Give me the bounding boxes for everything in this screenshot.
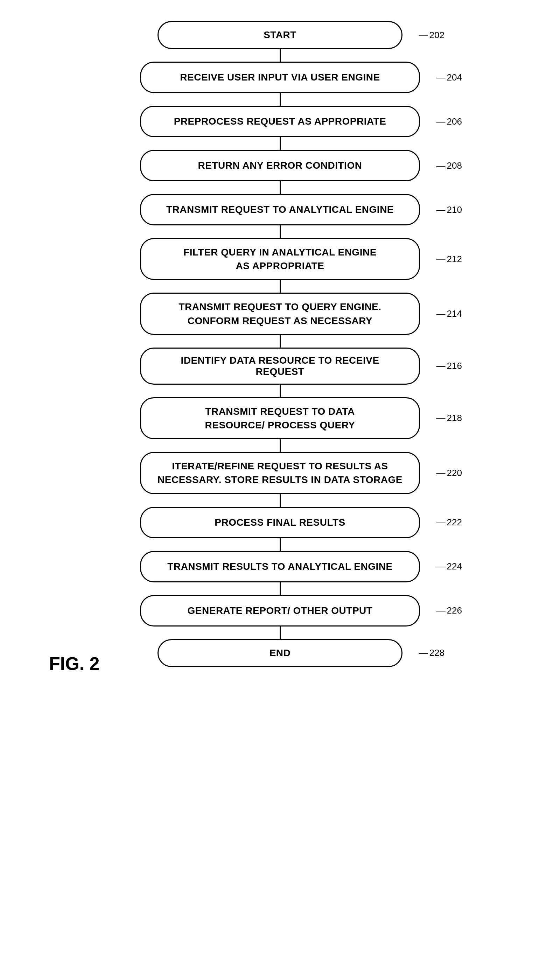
node-208: RETURN ANY ERROR CONDITION 208 xyxy=(140,150,420,181)
box-212: FILTER QUERY IN ANALYTICAL ENGINEAS APPR… xyxy=(140,238,420,280)
flowchart-container: START 202 RECEIVE USER INPUT VIA USER EN… xyxy=(0,0,560,695)
step-number-218: 218 xyxy=(437,412,462,424)
step-number-224: 224 xyxy=(437,561,462,572)
step-number-220: 220 xyxy=(437,468,462,478)
box-204: RECEIVE USER INPUT VIA USER ENGINE xyxy=(140,62,420,93)
box-208: RETURN ANY ERROR CONDITION xyxy=(140,150,420,181)
step-number-226: 226 xyxy=(437,605,462,616)
connector-10 xyxy=(280,494,281,507)
connector-13 xyxy=(280,626,281,639)
connector-3 xyxy=(280,137,281,150)
node-212: FILTER QUERY IN ANALYTICAL ENGINEAS APPR… xyxy=(140,238,420,280)
step-number-204: 204 xyxy=(437,72,462,83)
box-222: PROCESS FINAL RESULTS xyxy=(140,507,420,538)
text-222: PROCESS FINAL RESULTS xyxy=(215,517,345,528)
text-204: RECEIVE USER INPUT VIA USER ENGINE xyxy=(180,72,380,83)
box-220: ITERATE/REFINE REQUEST TO RESULTS ASNECE… xyxy=(140,452,420,494)
box-206: PREPROCESS REQUEST AS APPROPRIATE xyxy=(140,106,420,137)
text-210: TRANSMIT REQUEST TO ANALYTICAL ENGINE xyxy=(166,204,394,215)
box-216: IDENTIFY DATA RESOURCE TO RECEIVE REQUES… xyxy=(140,348,420,384)
start-label: START xyxy=(264,30,296,41)
connector-7 xyxy=(280,335,281,348)
node-206: PREPROCESS REQUEST AS APPROPRIATE 206 xyxy=(140,106,420,137)
connector-8 xyxy=(280,384,281,397)
step-number-214: 214 xyxy=(437,308,462,319)
box-210: TRANSMIT REQUEST TO ANALYTICAL ENGINE xyxy=(140,194,420,225)
connector-5 xyxy=(280,225,281,238)
step-number-208: 208 xyxy=(437,160,462,171)
node-204: RECEIVE USER INPUT VIA USER ENGINE 204 xyxy=(140,62,420,93)
box-218: TRANSMIT REQUEST TO DATARESOURCE/ PROCES… xyxy=(140,397,420,439)
figure-label: FIG. 2 xyxy=(49,653,99,674)
connector-11 xyxy=(280,538,281,551)
step-number-202: 202 xyxy=(419,30,445,41)
node-218: TRANSMIT REQUEST TO DATARESOURCE/ PROCES… xyxy=(140,397,420,439)
node-210: TRANSMIT REQUEST TO ANALYTICAL ENGINE 21… xyxy=(140,194,420,225)
node-start: START 202 xyxy=(158,21,402,49)
end-box: END xyxy=(158,639,402,667)
node-220: ITERATE/REFINE REQUEST TO RESULTS ASNECE… xyxy=(140,452,420,494)
step-number-206: 206 xyxy=(437,116,462,127)
text-208: RETURN ANY ERROR CONDITION xyxy=(198,160,362,171)
connector-2 xyxy=(280,93,281,106)
text-206: PREPROCESS REQUEST AS APPROPRIATE xyxy=(174,116,386,127)
node-226: GENERATE REPORT/ OTHER OUTPUT 226 xyxy=(140,595,420,626)
step-number-216: 216 xyxy=(437,360,462,371)
step-number-210: 210 xyxy=(437,204,462,215)
step-number-222: 222 xyxy=(437,517,462,528)
text-226: GENERATE REPORT/ OTHER OUTPUT xyxy=(187,605,373,616)
text-216: IDENTIFY DATA RESOURCE TO RECEIVE REQUES… xyxy=(155,355,405,377)
box-226: GENERATE REPORT/ OTHER OUTPUT xyxy=(140,595,420,626)
node-224: TRANSMIT RESULTS TO ANALYTICAL ENGINE 22… xyxy=(140,551,420,582)
step-number-228: 228 xyxy=(419,647,445,658)
start-box: START xyxy=(158,21,402,49)
connector-12 xyxy=(280,582,281,595)
node-end: END 228 xyxy=(158,639,402,667)
connector-6 xyxy=(280,280,281,292)
step-number-212: 212 xyxy=(437,254,462,264)
node-222: PROCESS FINAL RESULTS 222 xyxy=(140,507,420,538)
node-214: TRANSMIT REQUEST TO QUERY ENGINE.CONFORM… xyxy=(140,292,420,335)
connector-1 xyxy=(280,49,281,62)
connector-9 xyxy=(280,439,281,452)
box-224: TRANSMIT RESULTS TO ANALYTICAL ENGINE xyxy=(140,551,420,582)
node-216: IDENTIFY DATA RESOURCE TO RECEIVE REQUES… xyxy=(140,348,420,384)
connector-4 xyxy=(280,181,281,194)
box-214: TRANSMIT REQUEST TO QUERY ENGINE.CONFORM… xyxy=(140,292,420,335)
end-label: END xyxy=(269,647,291,659)
text-224: TRANSMIT RESULTS TO ANALYTICAL ENGINE xyxy=(167,561,392,572)
